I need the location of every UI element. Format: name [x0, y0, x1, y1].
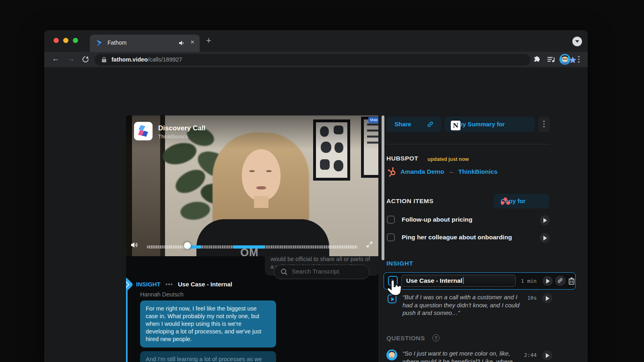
hubspot-company-link[interactable]: ThinkBionics [458, 168, 497, 175]
search-transcript-input[interactable] [292, 268, 364, 275]
avatar-face-icon [559, 54, 570, 65]
play-action-item-button[interactable] [540, 233, 550, 243]
hand-cursor [385, 278, 405, 300]
question-timestamp: 2:44 [524, 352, 537, 358]
play-question-button[interactable] [542, 350, 552, 360]
insight-name-value: Use Case - Internal [406, 277, 462, 284]
window-zoom-button[interactable] [73, 38, 78, 43]
url-path: /calls/189927 [148, 56, 182, 63]
video-scene-plant [179, 200, 211, 222]
share-link-icon [427, 121, 434, 128]
insight-title: Use Case - Internal [178, 281, 232, 288]
fathom-app-content: OM Discovery Call ThinkBionics Mute [44, 67, 588, 362]
browser-window: Fathom × + ← → [44, 30, 588, 362]
insight-label: INSIGHT [136, 281, 161, 288]
insight-range-line [126, 291, 128, 362]
copy-for-asana-button[interactable]: Copy for [493, 194, 549, 208]
browser-profile-avatar[interactable] [559, 54, 570, 65]
browser-toolbar: ← → fathom.video/calls/189927 [44, 52, 588, 67]
forward-button[interactable]: → [67, 54, 75, 63]
play-insight-button[interactable] [543, 276, 553, 286]
more-options-button[interactable] [538, 117, 550, 132]
browser-menu-icon[interactable] [578, 56, 580, 64]
url-text: fathom.video/calls/189927 [111, 56, 182, 63]
tab-title: Fathom [107, 39, 126, 46]
delete-insight-icon[interactable] [568, 277, 575, 285]
browser-chevron-button[interactable] [572, 37, 582, 46]
lock-icon [101, 57, 107, 63]
transcript-insight-row[interactable]: INSIGHT ••• Use Case - Internal [136, 281, 232, 288]
fullscreen-icon[interactable] [366, 241, 373, 248]
address-bar[interactable]: fathom.video/calls/189927 [95, 54, 530, 66]
video-top-gradient [126, 115, 378, 150]
insight-section-title: INSIGHT [386, 260, 413, 267]
transcript-search[interactable] [274, 265, 369, 279]
insight-diamond-icon[interactable] [126, 277, 134, 292]
hubspot-status: updated just now [427, 156, 469, 162]
media-playlist-icon[interactable] [547, 55, 556, 64]
video-scene-person-neck [254, 196, 268, 208]
question-quote: “So I just want to get more color on, li… [402, 350, 524, 362]
insight-quote-duration: 10s [527, 295, 537, 301]
volume-icon[interactable] [131, 242, 138, 248]
search-icon [281, 268, 288, 276]
share-label: Share [394, 121, 411, 128]
video-playhead[interactable] [184, 242, 191, 249]
insight-quote: “But if I was on a call with a customer … [402, 293, 522, 317]
browser-tab-fathom[interactable]: Fathom × [90, 35, 200, 52]
action-item-row: Follow-up about pricing [386, 215, 549, 226]
video-scene-person-face [242, 149, 281, 201]
copy-summary-button[interactable]: Copy Summary for N [444, 117, 535, 132]
insight-options-icon[interactable]: ••• [165, 281, 173, 288]
sidebar-divider [386, 144, 549, 144]
fathom-favicon-icon [95, 39, 103, 47]
action-item-label: Ping her colleague about onboarding [402, 234, 512, 241]
action-item-checkbox[interactable] [387, 233, 395, 241]
extensions-icon[interactable] [533, 55, 541, 64]
fathom-logo-badge [134, 122, 153, 140]
questions-help-icon[interactable]: ? [432, 334, 440, 341]
video-subtitle: ThinkBionics [158, 134, 188, 140]
desktop-background: Fathom × + ← → [0, 0, 644, 362]
window-minimize-button[interactable] [63, 38, 68, 43]
play-action-item-button[interactable] [540, 215, 550, 225]
transcript-bubble[interactable]: For me right now, I feel like the bigges… [140, 300, 276, 348]
tab-audio-icon[interactable] [178, 40, 185, 46]
hubspot-contact-row: Amanda Demo – ThinkBionics [400, 168, 497, 175]
fathom-logo-icon [134, 122, 153, 140]
mute-button[interactable]: Mute [368, 117, 378, 123]
window-close-button[interactable] [54, 38, 59, 43]
video-title: Discovery Call [158, 124, 205, 132]
insight-duration: 1 min [521, 278, 537, 284]
text-caret [463, 277, 464, 284]
insight-name-input[interactable]: Use Case - Internal [401, 275, 516, 287]
transcript-panel: would be official to share all or parts … [126, 256, 378, 362]
hubspot-contact-link[interactable]: Amanda Demo [400, 168, 444, 175]
questions-section-title: QUESTIONS [386, 335, 425, 342]
insight-edit-row[interactable]: Use Case - Internal 1 min [384, 272, 576, 290]
new-tab-button[interactable]: + [206, 35, 211, 46]
notion-icon: N [451, 121, 460, 130]
url-host: fathom.video [111, 56, 148, 63]
play-insight-quote-button[interactable] [542, 293, 552, 303]
speaker-name: Hannah Deutsch [140, 291, 184, 298]
browser-tabstrip: Fathom × + [44, 30, 588, 52]
action-item-label: Follow-up about pricing [402, 216, 473, 223]
video-scene-person-body [196, 219, 329, 256]
action-item-checkbox[interactable] [387, 216, 395, 224]
page-scrollbar-thumb[interactable] [382, 115, 384, 260]
avatar-face-icon [386, 350, 397, 360]
action-items-section-title: ACTION ITEMS [386, 197, 433, 205]
copy-insight-link-button[interactable] [555, 276, 566, 286]
asana-icon [501, 197, 510, 205]
action-item-row: Ping her colleague about onboarding [386, 233, 549, 243]
video-highlight-segment [233, 245, 265, 249]
tab-close-icon[interactable]: × [190, 38, 194, 46]
hubspot-icon [387, 167, 397, 177]
link-icon [557, 278, 563, 284]
back-button[interactable]: ← [52, 54, 60, 63]
video-player[interactable]: OM Discovery Call ThinkBionics Mute [126, 115, 378, 256]
share-button[interactable]: Share [386, 117, 441, 132]
reload-button[interactable] [82, 56, 89, 63]
transcript-bubble[interactable]: And I'm still learning a lot of processe… [140, 351, 276, 362]
